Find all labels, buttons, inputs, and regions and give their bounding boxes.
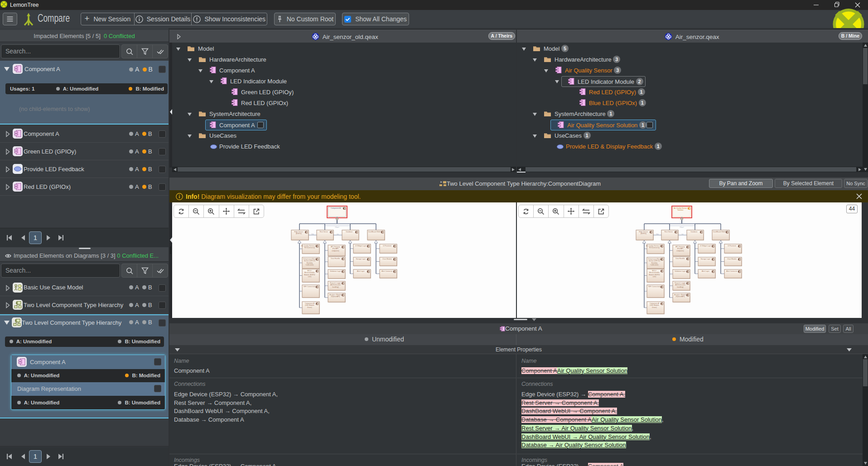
svg-text:«flow»: «flow» bbox=[335, 226, 339, 228]
svg-text:Chart Module: Chart Module bbox=[727, 258, 737, 260]
svg-text:Database: Database bbox=[691, 231, 698, 233]
svg-text:Rest Server: Rest Server bbox=[320, 231, 328, 233]
svg-text:core): core) bbox=[308, 276, 312, 278]
svg-text:Data Handler: Data Handler bbox=[675, 258, 685, 259]
svg-text:DashBoard WebUI: DashBoard WebUI bbox=[368, 231, 381, 233]
svg-text:(Python/API): (Python/API) bbox=[331, 296, 340, 298]
svg-text:Driver): Driver) bbox=[652, 307, 657, 308]
svg-text:Alert Connector: Alert Connector bbox=[381, 270, 393, 272]
svg-text:Calibration): Calibration) bbox=[306, 264, 314, 266]
svg-text:handling): handling) bbox=[677, 286, 683, 288]
svg-text:Alert Layer: Alert Layer bbox=[702, 270, 710, 272]
svg-text:Alert Layer: Alert Layer bbox=[357, 270, 365, 272]
svg-text:UI Frontend: UI Frontend bbox=[383, 245, 391, 247]
svg-text:handling): handling) bbox=[332, 286, 338, 288]
svg-text:Chart Module: Chart Module bbox=[382, 258, 392, 260]
svg-text:Component A: Component A bbox=[331, 207, 341, 209]
svg-text:Storage Layer: Storage Layer bbox=[701, 258, 711, 260]
svg-text:http: http bbox=[311, 233, 314, 235]
svg-text:Validation Layer: Validation Layer bbox=[675, 270, 686, 272]
svg-text:core): core) bbox=[653, 276, 656, 278]
svg-text:UI Frontend: UI Frontend bbox=[728, 245, 736, 247]
svg-text:WiFi Connectivity: WiFi Connectivity bbox=[648, 286, 661, 288]
svg-text:tcp: tcp bbox=[681, 233, 684, 235]
svg-text:UI Widget Layer: UI Widget Layer bbox=[355, 245, 367, 247]
svg-text:Driver): Driver) bbox=[307, 307, 312, 308]
svg-text:Data Handler: Data Handler bbox=[331, 258, 340, 259]
svg-text:«flow»: «flow» bbox=[680, 226, 684, 228]
svg-text:(Python/API): (Python/API) bbox=[676, 296, 685, 298]
svg-text:Alert Connector: Alert Connector bbox=[726, 270, 738, 272]
svg-text:Storage Layer: Storage Layer bbox=[356, 258, 366, 260]
svg-text:Solution: Solution bbox=[678, 209, 684, 211]
svg-text:DashBoard WebUI: DashBoard WebUI bbox=[713, 231, 726, 233]
svg-text:endpoints): endpoints) bbox=[332, 250, 339, 252]
svg-text:(ESP32): (ESP32) bbox=[641, 233, 646, 235]
svg-text:tcp: tcp bbox=[337, 233, 339, 235]
svg-text:Calibration): Calibration) bbox=[651, 264, 659, 266]
svg-text:NO2(sensors)): NO2(sensors)) bbox=[649, 247, 660, 249]
svg-text:Rest Server: Rest Server bbox=[665, 231, 673, 233]
svg-text:Database: Database bbox=[346, 231, 353, 233]
svg-text:WiFi Connectivity: WiFi Connectivity bbox=[304, 286, 316, 288]
svg-text:NO2(sensors)): NO2(sensors)) bbox=[304, 247, 315, 249]
svg-text:UI Widget Layer: UI Widget Layer bbox=[700, 245, 712, 247]
svg-text:Validation Layer: Validation Layer bbox=[330, 270, 342, 272]
svg-text:http: http bbox=[656, 233, 659, 235]
svg-text:(ESP32): (ESP32) bbox=[296, 233, 302, 235]
svg-text:endpoints): endpoints) bbox=[676, 250, 684, 252]
